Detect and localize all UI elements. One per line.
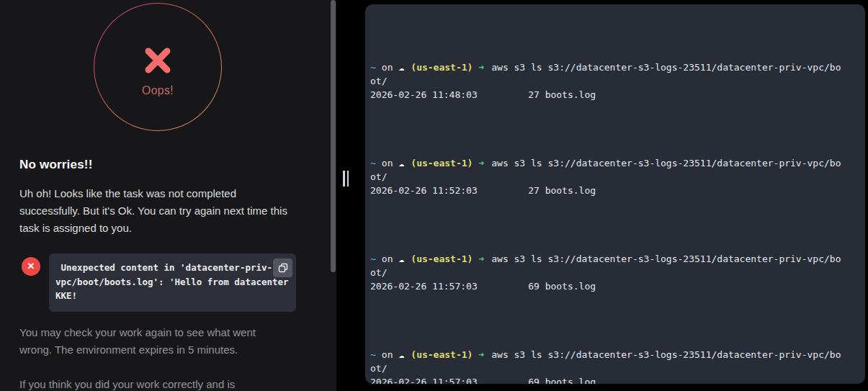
terminal-block: ~on☁(us-east-1)➜aws s3 ls s3://datacente… [370,252,865,293]
left-panel-scrollbar[interactable] [331,0,336,272]
error-badge-icon: ✕ [22,257,40,276]
page-title: No worries!! [19,158,93,172]
prompt-arrow-icon: ➜ [478,253,484,264]
prompt-on: on [382,349,393,360]
cloud-icon: ☁ [398,253,404,264]
terminal[interactable]: ~on☁(us-east-1)➜aws s3 ls s3://datacente… [365,4,865,384]
command-text: aws s3 ls s3://datacenter-s3-logs-23511/… [491,158,841,168]
terminal-block: ~on☁(us-east-1)➜aws s3 ls s3://datacente… [370,348,865,384]
oops-circle: Oops! [94,3,222,131]
terminal-command-line: ~on☁(us-east-1)➜aws s3 ls s3://datacente… [370,60,865,74]
task-failed-message: Uh oh! Looks like the task was not compl… [19,185,290,237]
terminal-command-line: ~on☁(us-east-1)➜aws s3 ls s3://datacente… [370,252,865,266]
check-work-note: You may check your work again to see wha… [19,324,290,359]
command-text: aws s3 ls s3://datacenter-s3-logs-23511/… [491,253,841,264]
prompt-path: ~ [370,158,376,168]
cloud-icon: ☁ [398,62,404,73]
appeal-note: If you think you did your work correctly… [19,376,315,391]
cloud-icon: ☁ [398,158,404,168]
command-text: aws s3 ls s3://datacenter-s3-logs-23511/… [491,62,841,73]
prompt-on: on [382,62,393,73]
prompt-path: ~ [370,253,376,264]
prompt-on: on [382,158,393,168]
command-output: 2026-02-26 11:52:03 27 boots.log [370,184,865,197]
prompt-region: (us-east-1) [411,158,473,168]
prompt-region: (us-east-1) [411,253,473,264]
cloud-icon: ☁ [398,349,404,360]
command-output: 2026-02-26 11:57:03 69 boots.log [370,375,865,384]
prompt-path: ~ [370,62,376,73]
terminal-block: ~on☁(us-east-1)➜aws s3 ls s3://datacente… [370,156,865,197]
command-wrap-line: ot/ [370,170,865,184]
terminal-command-line: ~on☁(us-east-1)➜aws s3 ls s3://datacente… [370,156,865,170]
prompt-region: (us-east-1) [411,62,473,73]
command-wrap-line: ot/ [370,361,865,375]
error-detail-box: Unexpected content in 'datacenter-priv-v… [49,253,296,312]
prompt-on: on [382,253,393,264]
prompt-arrow-icon: ➜ [478,62,484,73]
command-output: 2026-02-26 11:57:03 69 boots.log [370,279,865,293]
copy-button[interactable] [273,259,292,277]
copy-icon [278,263,288,273]
prompt-region: (us-east-1) [411,349,473,360]
error-x-icon [142,45,174,76]
command-text: aws s3 ls s3://datacenter-s3-logs-23511/… [491,349,841,360]
result-panel: Oops! No worries!! Uh oh! Looks like the… [0,0,336,391]
split-drag-handle-icon[interactable] [343,171,350,186]
command-wrap-line: ot/ [370,266,865,279]
terminal-command-line: ~on☁(us-east-1)➜aws s3 ls s3://datacente… [370,348,865,361]
prompt-arrow-icon: ➜ [478,158,484,168]
error-detail-text: Unexpected content in 'datacenter-priv-v… [55,262,294,301]
command-output: 2026-02-26 11:48:03 27 boots.log [370,88,865,102]
prompt-path: ~ [370,349,376,360]
prompt-arrow-icon: ➜ [478,349,484,360]
oops-label: Oops! [94,84,221,97]
command-wrap-line: ot/ [370,74,865,88]
terminal-block: ~on☁(us-east-1)➜aws s3 ls s3://datacente… [370,60,865,102]
